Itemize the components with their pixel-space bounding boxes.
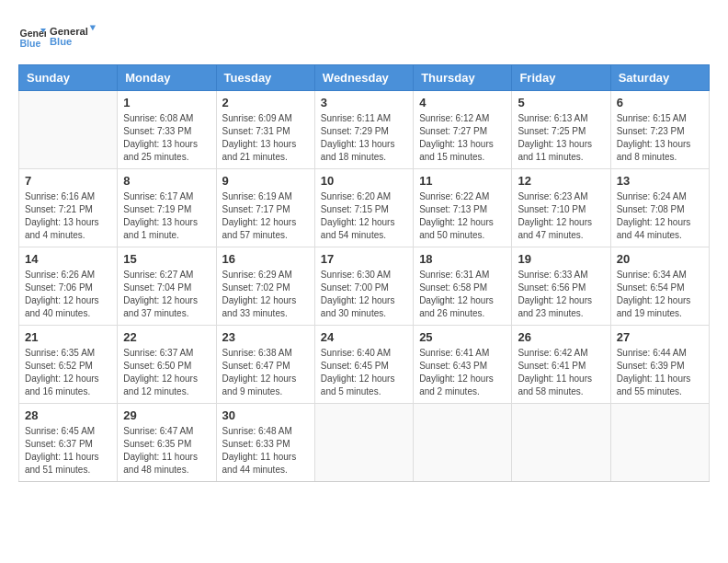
calendar-cell: 10Sunrise: 6:20 AMSunset: 7:15 PMDayligh…	[314, 169, 413, 247]
day-info: Sunrise: 6:19 AMSunset: 7:17 PMDaylight:…	[222, 190, 309, 242]
calendar-cell: 25Sunrise: 6:41 AMSunset: 6:43 PMDayligh…	[414, 326, 512, 404]
day-number: 28	[25, 408, 111, 422]
logo: General Blue General Blue	[18, 18, 96, 55]
day-number: 22	[123, 330, 210, 344]
day-info: Sunrise: 6:16 AMSunset: 7:21 PMDaylight:…	[25, 190, 111, 242]
calendar-cell	[414, 404, 512, 482]
day-info: Sunrise: 6:42 AMSunset: 6:41 PMDaylight:…	[518, 347, 604, 398]
day-number: 8	[123, 174, 210, 188]
day-info: Sunrise: 6:35 AMSunset: 6:52 PMDaylight:…	[25, 347, 111, 398]
calendar-cell: 19Sunrise: 6:33 AMSunset: 6:56 PMDayligh…	[512, 247, 610, 326]
day-number: 7	[25, 174, 111, 188]
column-header-thursday: Thursday	[414, 65, 512, 91]
day-number: 11	[419, 174, 506, 188]
day-number: 9	[222, 174, 309, 188]
column-header-tuesday: Tuesday	[216, 65, 314, 91]
day-info: Sunrise: 6:38 AMSunset: 6:47 PMDaylight:…	[222, 347, 309, 398]
day-number: 12	[518, 174, 604, 188]
calendar-cell: 26Sunrise: 6:42 AMSunset: 6:41 PMDayligh…	[512, 326, 610, 404]
calendar-week-3: 14Sunrise: 6:26 AMSunset: 7:06 PMDayligh…	[19, 247, 710, 326]
calendar-cell: 3Sunrise: 6:11 AMSunset: 7:29 PMDaylight…	[314, 91, 413, 169]
svg-text:Blue: Blue	[20, 38, 41, 49]
day-number: 2	[222, 96, 309, 109]
day-info: Sunrise: 6:12 AMSunset: 7:27 PMDaylight:…	[419, 112, 506, 164]
calendar-cell	[512, 404, 610, 482]
day-info: Sunrise: 6:41 AMSunset: 6:43 PMDaylight:…	[419, 347, 506, 398]
calendar-cell: 12Sunrise: 6:23 AMSunset: 7:10 PMDayligh…	[512, 169, 610, 247]
day-info: Sunrise: 6:34 AMSunset: 6:54 PMDaylight:…	[617, 269, 703, 320]
column-header-saturday: Saturday	[610, 65, 709, 91]
day-info: Sunrise: 6:23 AMSunset: 7:10 PMDaylight:…	[518, 190, 604, 242]
calendar-cell: 23Sunrise: 6:38 AMSunset: 6:47 PMDayligh…	[216, 326, 314, 404]
day-number: 1	[123, 96, 210, 109]
svg-text:General: General	[50, 26, 88, 37]
calendar-cell: 29Sunrise: 6:47 AMSunset: 6:35 PMDayligh…	[118, 404, 216, 482]
day-number: 18	[419, 252, 506, 266]
day-info: Sunrise: 6:48 AMSunset: 6:33 PMDaylight:…	[222, 425, 309, 477]
calendar-cell: 4Sunrise: 6:12 AMSunset: 7:27 PMDaylight…	[414, 91, 512, 169]
day-number: 4	[419, 96, 506, 109]
day-number: 6	[617, 96, 703, 109]
calendar-cell: 30Sunrise: 6:48 AMSunset: 6:33 PMDayligh…	[216, 404, 314, 482]
column-header-wednesday: Wednesday	[314, 65, 413, 91]
calendar-cell: 6Sunrise: 6:15 AMSunset: 7:23 PMDaylight…	[610, 91, 709, 169]
svg-marker-5	[90, 26, 96, 31]
calendar-cell: 15Sunrise: 6:27 AMSunset: 7:04 PMDayligh…	[118, 247, 216, 326]
calendar-cell: 9Sunrise: 6:19 AMSunset: 7:17 PMDaylight…	[216, 169, 314, 247]
calendar-week-5: 28Sunrise: 6:45 AMSunset: 6:37 PMDayligh…	[19, 404, 710, 482]
calendar-cell: 28Sunrise: 6:45 AMSunset: 6:37 PMDayligh…	[19, 404, 118, 482]
calendar-cell: 14Sunrise: 6:26 AMSunset: 7:06 PMDayligh…	[19, 247, 118, 326]
calendar-cell: 2Sunrise: 6:09 AMSunset: 7:31 PMDaylight…	[216, 91, 314, 169]
calendar-cell: 7Sunrise: 6:16 AMSunset: 7:21 PMDaylight…	[19, 169, 118, 247]
day-number: 10	[321, 174, 407, 188]
column-header-sunday: Sunday	[19, 65, 118, 91]
day-info: Sunrise: 6:29 AMSunset: 7:02 PMDaylight:…	[222, 269, 309, 320]
day-number: 15	[123, 252, 210, 266]
calendar-cell: 24Sunrise: 6:40 AMSunset: 6:45 PMDayligh…	[314, 326, 413, 404]
day-info: Sunrise: 6:30 AMSunset: 7:00 PMDaylight:…	[321, 269, 407, 320]
calendar-cell	[314, 404, 413, 482]
calendar-cell	[610, 404, 709, 482]
day-number: 5	[518, 96, 604, 109]
day-info: Sunrise: 6:24 AMSunset: 7:08 PMDaylight:…	[617, 190, 703, 242]
day-info: Sunrise: 6:20 AMSunset: 7:15 PMDaylight:…	[321, 190, 407, 242]
day-info: Sunrise: 6:13 AMSunset: 7:25 PMDaylight:…	[518, 112, 604, 164]
day-info: Sunrise: 6:22 AMSunset: 7:13 PMDaylight:…	[419, 190, 506, 242]
column-header-monday: Monday	[118, 65, 216, 91]
calendar-cell: 16Sunrise: 6:29 AMSunset: 7:02 PMDayligh…	[216, 247, 314, 326]
calendar-cell: 20Sunrise: 6:34 AMSunset: 6:54 PMDayligh…	[610, 247, 709, 326]
day-info: Sunrise: 6:31 AMSunset: 6:58 PMDaylight:…	[419, 269, 506, 320]
day-info: Sunrise: 6:09 AMSunset: 7:31 PMDaylight:…	[222, 112, 309, 164]
day-number: 27	[617, 330, 703, 344]
calendar-cell: 13Sunrise: 6:24 AMSunset: 7:08 PMDayligh…	[610, 169, 709, 247]
day-info: Sunrise: 6:47 AMSunset: 6:35 PMDaylight:…	[123, 425, 210, 477]
day-number: 16	[222, 252, 309, 266]
day-number: 21	[25, 330, 111, 344]
day-info: Sunrise: 6:40 AMSunset: 6:45 PMDaylight:…	[321, 347, 407, 398]
logo-icon: General Blue	[18, 23, 46, 51]
day-info: Sunrise: 6:08 AMSunset: 7:33 PMDaylight:…	[123, 112, 210, 164]
day-number: 14	[25, 252, 111, 266]
calendar-cell: 11Sunrise: 6:22 AMSunset: 7:13 PMDayligh…	[414, 169, 512, 247]
calendar-cell: 22Sunrise: 6:37 AMSunset: 6:50 PMDayligh…	[118, 326, 216, 404]
day-number: 24	[321, 330, 407, 344]
page-header: General Blue General Blue	[18, 18, 710, 55]
day-number: 29	[123, 408, 210, 422]
day-info: Sunrise: 6:37 AMSunset: 6:50 PMDaylight:…	[123, 347, 210, 398]
calendar-cell: 18Sunrise: 6:31 AMSunset: 6:58 PMDayligh…	[414, 247, 512, 326]
svg-text:Blue: Blue	[50, 36, 72, 47]
day-number: 23	[222, 330, 309, 344]
day-number: 19	[518, 252, 604, 266]
day-info: Sunrise: 6:27 AMSunset: 7:04 PMDaylight:…	[123, 269, 210, 320]
calendar-cell: 8Sunrise: 6:17 AMSunset: 7:19 PMDaylight…	[118, 169, 216, 247]
calendar-cell	[19, 91, 118, 169]
calendar-cell: 17Sunrise: 6:30 AMSunset: 7:00 PMDayligh…	[314, 247, 413, 326]
column-header-friday: Friday	[512, 65, 610, 91]
day-info: Sunrise: 6:17 AMSunset: 7:19 PMDaylight:…	[123, 190, 210, 242]
calendar-cell: 1Sunrise: 6:08 AMSunset: 7:33 PMDaylight…	[118, 91, 216, 169]
day-info: Sunrise: 6:45 AMSunset: 6:37 PMDaylight:…	[25, 425, 111, 477]
day-number: 30	[222, 408, 309, 422]
day-info: Sunrise: 6:26 AMSunset: 7:06 PMDaylight:…	[25, 269, 111, 320]
day-info: Sunrise: 6:44 AMSunset: 6:39 PMDaylight:…	[617, 347, 703, 398]
day-number: 17	[321, 252, 407, 266]
